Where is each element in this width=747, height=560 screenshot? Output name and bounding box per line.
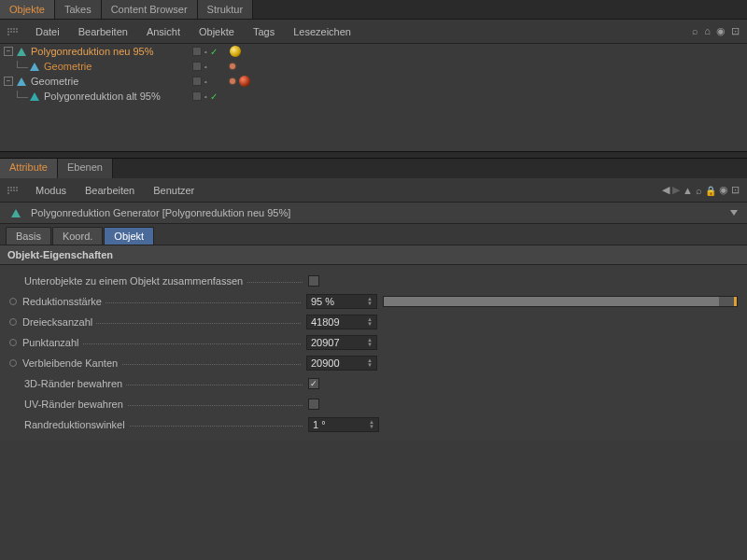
enabled-check-icon[interactable]: ✓ xyxy=(210,91,218,102)
spinner-icon[interactable]: ▲▼ xyxy=(367,338,373,347)
eye-icon[interactable]: ◉ xyxy=(716,25,726,37)
prop-label: Randreduktionswinkel xyxy=(24,419,129,430)
visibility-dots-icon[interactable]: • xyxy=(204,77,207,86)
tree-row-polyreduce-new[interactable]: − Polygonreduktion neu 95% • ✓ xyxy=(0,44,747,59)
menu-datei[interactable]: Datei xyxy=(26,24,69,39)
tree-label[interactable]: Polygonreduktion alt 95% xyxy=(44,91,161,102)
checkbox-3d-borders[interactable] xyxy=(308,378,319,389)
spinner-icon[interactable]: ▲▼ xyxy=(367,317,373,327)
anim-dot-icon[interactable] xyxy=(9,339,17,346)
input-triangle-count[interactable]: 41809▲▼ xyxy=(306,315,377,329)
input-reduction-strength[interactable]: 95 %▲▼ xyxy=(306,294,377,309)
tree-row-geometrie-root[interactable]: − Geometrie • xyxy=(0,74,747,89)
tree-label[interactable]: Geometrie xyxy=(31,76,78,87)
checkbox-merge-subobjects[interactable] xyxy=(308,275,319,287)
maximize-icon[interactable]: ⊡ xyxy=(731,25,740,37)
arrow-down-icon[interactable] xyxy=(730,210,738,216)
slider-reduction-strength[interactable] xyxy=(383,296,738,307)
nav-fwd-icon[interactable]: ▶ xyxy=(672,184,680,196)
prop-label: Unterobjekte zu einem Objekt zusammenfas… xyxy=(24,275,247,287)
prop-keep-3d-borders: 3D-Ränder bewahren xyxy=(9,373,738,394)
visibility-dots-icon[interactable]: • xyxy=(204,48,207,56)
layer-tag-icon[interactable] xyxy=(192,77,202,86)
tab-struktur[interactable]: Struktur xyxy=(198,0,254,19)
anim-spacer xyxy=(9,400,19,408)
tab-takes[interactable]: Takes xyxy=(55,0,102,19)
menu-bearbeiten-attr[interactable]: Bearbeiten xyxy=(76,183,144,198)
mode-tab-koord[interactable]: Koord. xyxy=(52,227,103,245)
tab-ebenen[interactable]: Ebenen xyxy=(58,159,113,178)
menu-objekte[interactable]: Objekte xyxy=(190,24,244,39)
checkbox-uv-borders[interactable] xyxy=(308,399,319,410)
search-icon[interactable]: ⌕ xyxy=(692,25,698,37)
input-edge-angle[interactable]: 1 °▲▼ xyxy=(308,417,379,432)
generator-title: Polygonreduktion Generator [Polygonreduk… xyxy=(31,207,290,218)
menu-tags[interactable]: Tags xyxy=(244,24,284,39)
prop-label: Dreiecksanzahl xyxy=(22,316,96,328)
nav-back-icon[interactable]: ◀ xyxy=(662,184,669,196)
mode-tab-basis[interactable]: Basis xyxy=(6,227,51,245)
material-tag-yellow-icon[interactable] xyxy=(230,46,241,57)
prop-keep-uv-borders: UV-Ränder bewahren xyxy=(9,394,738,414)
anim-dot-icon[interactable] xyxy=(9,298,17,305)
expand-toggle-icon[interactable]: − xyxy=(4,77,13,86)
tree-branch-icon xyxy=(17,61,28,68)
object-properties: Unterobjekte zu einem Objekt zusammenfas… xyxy=(0,265,747,441)
home-icon[interactable]: ⌂ xyxy=(704,25,711,37)
menu-ansicht[interactable]: Ansicht xyxy=(137,24,190,39)
anim-spacer xyxy=(9,380,19,387)
spinner-icon[interactable]: ▲▼ xyxy=(367,358,373,368)
spinner-icon[interactable]: ▲▼ xyxy=(367,297,373,306)
input-remaining-edges[interactable]: 20900▲▼ xyxy=(306,356,377,371)
prop-edge-angle: Randreduktionswinkel 1 °▲▼ xyxy=(9,414,738,435)
mode-tab-objekt[interactable]: Objekt xyxy=(104,227,154,245)
search-icon[interactable]: ⌕ xyxy=(696,185,702,196)
enabled-check-icon[interactable]: ✓ xyxy=(210,47,218,57)
polygon-object-icon xyxy=(28,60,41,73)
menu-lesezeichen[interactable]: Lesezeichen xyxy=(284,24,360,39)
attribute-nav-tools: ◀ ▶ ▲ ⌕ ◉ ⊡ xyxy=(662,184,740,196)
visibility-dots-icon[interactable]: • xyxy=(204,92,207,101)
anim-dot-icon[interactable] xyxy=(9,359,17,367)
grip-icon xyxy=(7,187,19,194)
prop-merge-subobjects: Unterobjekte zu einem Objekt zusammenfas… xyxy=(9,271,738,291)
phong-tag-icon[interactable] xyxy=(230,78,235,84)
object-tree: − Polygonreduktion neu 95% • ✓ Geometrie… xyxy=(0,44,747,151)
anim-dot-icon[interactable] xyxy=(9,318,17,326)
tree-label[interactable]: Polygonreduktion neu 95% xyxy=(31,46,153,57)
layer-tag-icon[interactable] xyxy=(192,91,202,101)
tab-content-browser[interactable]: Content Browser xyxy=(102,0,198,19)
nav-up-icon[interactable]: ▲ xyxy=(683,185,693,196)
anim-spacer xyxy=(9,421,19,428)
generator-icon xyxy=(9,206,22,219)
layer-tag-icon[interactable] xyxy=(192,47,202,56)
tree-label[interactable]: Geometrie xyxy=(44,61,92,72)
phong-tag-icon[interactable] xyxy=(230,63,235,69)
prop-label: Reduktionsstärke xyxy=(22,296,106,307)
prop-remaining-edges: Verbleibende Kanten 20900▲▼ xyxy=(9,353,738,373)
prop-reduction-strength: Reduktionsstärke 95 %▲▼ xyxy=(9,291,738,312)
layer-tag-icon[interactable] xyxy=(192,62,202,71)
menu-bearbeiten[interactable]: Bearbeiten xyxy=(69,24,137,39)
prop-label: UV-Ränder bewahren xyxy=(24,399,127,410)
lock-icon[interactable] xyxy=(705,185,716,196)
tab-attribute[interactable]: Attribute xyxy=(0,159,58,178)
tree-branch-icon xyxy=(17,91,28,98)
panel-divider[interactable] xyxy=(0,151,747,159)
tree-row-polyreduce-old[interactable]: Polygonreduktion alt 95% • ✓ xyxy=(0,89,747,104)
tab-objekte[interactable]: Objekte xyxy=(0,0,55,19)
new-window-icon[interactable]: ◉ xyxy=(719,184,728,196)
polygon-object-icon xyxy=(15,75,28,88)
menu-benutzer[interactable]: Benutzer xyxy=(144,183,204,198)
input-point-count[interactable]: 20907▲▼ xyxy=(306,335,377,350)
visibility-dots-icon[interactable]: • xyxy=(204,63,207,71)
deformer-icon xyxy=(28,90,41,103)
maximize-icon[interactable]: ⊡ xyxy=(731,184,740,196)
expand-toggle-icon[interactable]: − xyxy=(4,47,13,56)
material-tag-red-icon[interactable] xyxy=(239,76,250,87)
spinner-icon[interactable]: ▲▼ xyxy=(369,420,374,429)
grip-icon xyxy=(7,28,19,35)
object-toolbar-right: ⌕ ⌂ ◉ ⊡ xyxy=(692,25,740,37)
tree-row-geometrie-child[interactable]: Geometrie • xyxy=(0,59,747,74)
menu-modus[interactable]: Modus xyxy=(26,183,76,198)
